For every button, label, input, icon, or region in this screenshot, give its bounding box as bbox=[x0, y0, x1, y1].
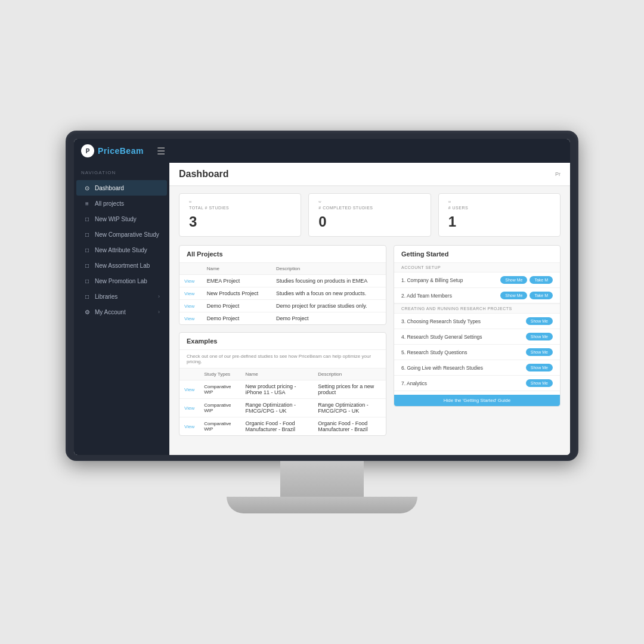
gs-item-text: 4. Research Study General Settings bbox=[401, 334, 522, 340]
show-me-button[interactable]: Show Me bbox=[500, 292, 527, 299]
project-description: Demo project for practise studies only. bbox=[271, 300, 386, 312]
libraries-icon: □ bbox=[83, 293, 91, 300]
view-link[interactable]: View bbox=[184, 278, 194, 284]
stat-sublabel-2: w bbox=[448, 200, 550, 203]
comparative-icon: □ bbox=[83, 231, 91, 238]
col-name: Name bbox=[240, 369, 313, 380]
sidebar-item-my-account[interactable]: ⚙ My Account › bbox=[76, 304, 167, 320]
col-description: Description bbox=[313, 369, 386, 380]
view-link[interactable]: View bbox=[184, 405, 194, 411]
sidebar-item-label: Dashboard bbox=[95, 185, 124, 191]
study-type: Comparative WtP bbox=[199, 380, 240, 399]
view-link[interactable]: View bbox=[184, 387, 194, 392]
col-description: Description bbox=[271, 263, 386, 275]
gs-item-text: 5. Research Study Questions bbox=[401, 349, 522, 355]
view-link[interactable]: View bbox=[184, 424, 194, 429]
sidebar-item-new-comparative-study[interactable]: □ New Comparative Study bbox=[76, 227, 167, 242]
sidebar-item-new-attribute-study[interactable]: □ New Attribute Study bbox=[76, 242, 167, 258]
stat-sublabel-0: w bbox=[189, 200, 291, 203]
assortment-icon: □ bbox=[83, 262, 91, 269]
monitor-screen-inner: P PriceBeam ☰ NAVIGATION ⊙ Dashboard bbox=[74, 139, 570, 455]
dashboard-icon: ⊙ bbox=[83, 184, 91, 191]
monitor-stand-base bbox=[227, 497, 417, 513]
stat-label-users: # USERS bbox=[448, 206, 550, 210]
show-me-button[interactable]: Show Me bbox=[500, 276, 527, 284]
col-name: Name bbox=[202, 263, 271, 275]
examples-card: Examples Check out one of our pre-define… bbox=[179, 332, 386, 436]
show-me-button[interactable]: Show Me bbox=[526, 364, 553, 371]
hide-guide-button[interactable]: Hide the 'Getting Started' Guide bbox=[394, 395, 560, 406]
monitor-screen-outer: P PriceBeam ☰ NAVIGATION ⊙ Dashboard bbox=[66, 131, 578, 461]
example-name: Range Optimization - FMCG/CPG - UK bbox=[240, 399, 313, 417]
attribute-icon: □ bbox=[83, 246, 91, 253]
gs-buttons: Show Me bbox=[526, 379, 553, 387]
nav-label: NAVIGATION bbox=[74, 170, 169, 180]
table-row: View Comparative WtP New product pricing… bbox=[179, 380, 386, 399]
gs-buttons: Show Me bbox=[526, 333, 553, 340]
sidebar-item-new-assortment-lab[interactable]: □ New Assortment Lab bbox=[76, 258, 167, 273]
table-row: View Comparative WtP Range Optimization … bbox=[179, 399, 386, 417]
gs-item: 2. Add Team Members Show MeTake M bbox=[394, 288, 560, 304]
sidebar-item-label: Libraries bbox=[95, 293, 117, 300]
page-title: Dashboard bbox=[179, 169, 229, 179]
sidebar-item-label: New Attribute Study bbox=[95, 247, 147, 253]
gs-item: 5. Research Study Questions Show Me bbox=[394, 345, 560, 360]
example-name: Organic Food - Food Manufacturer - Brazi… bbox=[240, 417, 313, 436]
sidebar-item-new-wtp-study[interactable]: □ New WtP Study bbox=[76, 211, 167, 227]
logo-area: P PriceBeam ☰ bbox=[81, 144, 165, 157]
sidebar-item-dashboard[interactable]: ⊙ Dashboard bbox=[76, 180, 167, 196]
table-row: View Comparative WtP Organic Food - Food… bbox=[179, 417, 386, 436]
getting-started-card: Getting Started ACCOUNT SETUP 1. Company… bbox=[394, 245, 561, 407]
sidebar-item-label: New Assortment Lab bbox=[95, 262, 150, 269]
stats-row: w TOTAL # STUDIES 3 w # COMPLETED STUDIE… bbox=[179, 193, 561, 237]
gs-buttons: Show Me bbox=[526, 317, 553, 325]
example-description: Setting prices for a new product bbox=[313, 380, 386, 399]
chevron-right-icon: › bbox=[158, 293, 160, 299]
gs-item-text: 7. Analytics bbox=[401, 380, 522, 386]
gs-item-text: 1. Company & Billing Setup bbox=[401, 277, 497, 283]
gs-section-label-1: ACCOUNT SETUP bbox=[394, 262, 560, 273]
sidebar-item-libraries[interactable]: □ Libraries › bbox=[76, 289, 167, 304]
take-me-button[interactable]: Take M bbox=[530, 292, 553, 299]
gs-item: 4. Research Study General Settings Show … bbox=[394, 329, 560, 345]
monitor-wrapper: P PriceBeam ☰ NAVIGATION ⊙ Dashboard bbox=[66, 131, 578, 513]
study-type: Comparative WtP bbox=[199, 399, 240, 417]
project-description: Demo Project bbox=[271, 312, 386, 325]
show-me-button[interactable]: Show Me bbox=[526, 379, 553, 387]
project-name: EMEA Project bbox=[202, 275, 271, 287]
getting-started-title: Getting Started bbox=[394, 246, 560, 262]
show-me-button[interactable]: Show Me bbox=[526, 333, 553, 340]
view-link[interactable]: View bbox=[184, 304, 194, 309]
sidebar-item-label: New Promotion Lab bbox=[95, 278, 147, 284]
project-name: Demo Project bbox=[202, 312, 271, 325]
show-me-button[interactable]: Show Me bbox=[526, 348, 553, 356]
view-link[interactable]: View bbox=[184, 291, 194, 296]
stat-card-users: w # USERS 1 bbox=[438, 193, 561, 237]
project-name: New Products Project bbox=[202, 287, 271, 300]
gs-item: 1. Company & Billing Setup Show MeTake M bbox=[394, 273, 560, 288]
stat-value-users: 1 bbox=[448, 213, 550, 230]
view-link[interactable]: View bbox=[184, 316, 194, 321]
col-action bbox=[179, 263, 202, 275]
table-row: View New Products Project Studies with a… bbox=[179, 287, 386, 300]
project-description: Studies with a focus on new products. bbox=[271, 287, 386, 300]
stat-sublabel-1: w bbox=[318, 200, 420, 203]
gs-buttons: Show MeTake M bbox=[500, 292, 553, 299]
sidebar-item-all-projects[interactable]: ≡ All projects bbox=[76, 196, 167, 211]
chevron-right-icon: › bbox=[158, 309, 160, 315]
gs-buttons: Show Me bbox=[526, 348, 553, 356]
main-header: Dashboard Pr bbox=[169, 163, 570, 186]
stat-card-completed-studies: w # COMPLETED STUDIES 0 bbox=[308, 193, 431, 237]
take-me-button[interactable]: Take M bbox=[530, 276, 553, 284]
sidebar-item-label: New WtP Study bbox=[95, 216, 137, 222]
table-row: View Demo Project Demo Project bbox=[179, 312, 386, 325]
promotion-icon: □ bbox=[83, 277, 91, 284]
sidebar-item-new-promotion-lab[interactable]: □ New Promotion Lab bbox=[76, 273, 167, 289]
logo-icon: P bbox=[81, 144, 94, 157]
hamburger-icon[interactable]: ☰ bbox=[157, 145, 165, 157]
show-me-button[interactable]: Show Me bbox=[526, 317, 553, 325]
examples-table: Study Types Name Description View Compar… bbox=[179, 369, 386, 435]
sidebar-item-label: New Comparative Study bbox=[95, 231, 159, 238]
app-header: P PriceBeam ☰ bbox=[74, 139, 570, 163]
monitor-stand-neck bbox=[280, 461, 364, 497]
